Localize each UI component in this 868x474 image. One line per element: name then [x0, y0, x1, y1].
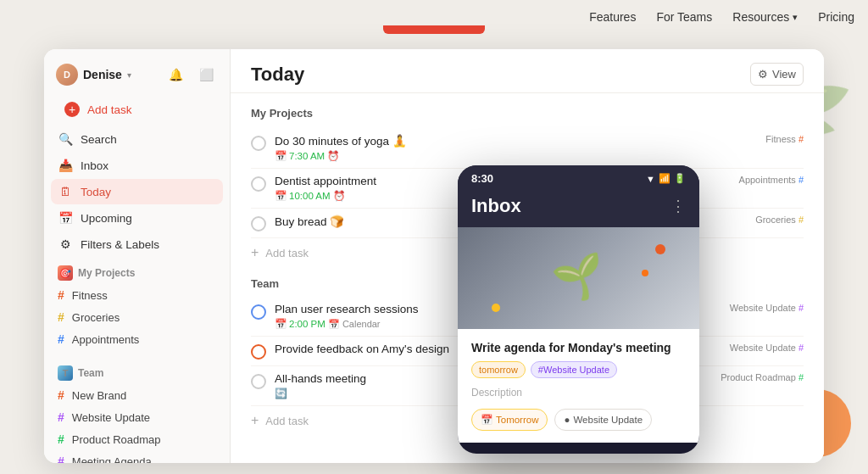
add-task-label: Add task [87, 103, 132, 116]
mobile-image-area: 🌱 [458, 227, 699, 329]
project-fitness[interactable]: # Fitness [51, 284, 223, 306]
view-label: View [772, 68, 796, 81]
mobile-tag-tomorrow[interactable]: tomorrow [471, 361, 526, 378]
user-menu[interactable]: D Denise ▾ [56, 64, 131, 86]
project-groceries-label: Groceries [72, 311, 120, 324]
project-product-roadmap-label: Product Roadmap [72, 433, 161, 446]
task-content: Do 30 minutes of yoga 🧘 📅 7:30 AM ⏰ [275, 134, 757, 162]
team-title: Team [78, 367, 103, 379]
alarm-icon: ⏰ [333, 190, 345, 202]
mobile-task-card: Write agenda for Monday's meeting tomorr… [458, 329, 699, 443]
task-meta: 📅 7:30 AM ⏰ [275, 150, 757, 162]
task-checkbox-yoga[interactable] [251, 136, 266, 151]
project-website-update[interactable]: # Website Update [51, 406, 223, 428]
sidebar-item-filters[interactable]: ⚙ Filters & Labels [51, 231, 223, 257]
dot-decoration [642, 270, 648, 276]
mobile-actions: 📅 Tomorrow ● Website Update [471, 409, 686, 431]
task-checkbox-feedback[interactable] [251, 344, 266, 360]
mobile-inbox-title: Inbox [471, 195, 521, 217]
task-time: 📅 7:30 AM ⏰ [275, 150, 339, 162]
view-button[interactable]: ⚙ View [750, 63, 804, 86]
task-checkbox-allhands[interactable] [251, 374, 266, 389]
sidebar-header: D Denise ▾ 🔔 ⬜ [44, 59, 230, 97]
project-new-brand[interactable]: # New Brand [51, 384, 223, 406]
avatar: D [56, 64, 78, 86]
battery-icon: 🔋 [674, 173, 686, 184]
notifications-button[interactable]: 🔔 [164, 63, 187, 86]
signal-icon: ▼ [646, 174, 655, 184]
alarm-icon: ⏰ [327, 150, 339, 162]
sidebar-item-search[interactable]: 🔍 Search [51, 126, 223, 152]
project-fitness-label: Fitness [72, 289, 108, 302]
task-tag-appointments: Appointments # [739, 175, 804, 185]
project-meeting-agenda[interactable]: # Meeting Agenda [51, 450, 223, 463]
task-tag-fitness: Fitness # [765, 134, 804, 144]
mobile-decoration: 🌱 [458, 227, 699, 329]
upcoming-icon: 📅 [58, 210, 73, 226]
hash-icon: # [58, 388, 64, 402]
calendar-icon: 📅 [275, 190, 287, 202]
my-projects-title: My Projects [78, 267, 135, 279]
tomorrow-action-button[interactable]: 📅 Tomorrow [471, 409, 548, 431]
task-time: 📅 10:00 AM ⏰ [275, 190, 345, 202]
task-checkbox-bread[interactable] [251, 216, 266, 231]
add-task-inline-label: Add task [265, 247, 309, 259]
plus-icon: + [251, 413, 259, 428]
sidebar-item-today-label: Today [81, 186, 111, 198]
mobile-status-bar: 8:30 ▼ 📶 🔋 [458, 165, 699, 188]
today-icon: 🗓 [58, 184, 73, 199]
search-icon: 🔍 [58, 131, 73, 147]
project-appointments-label: Appointments [72, 333, 140, 346]
sidebar-nav: + Add task 🔍 Search 📥 Inbox 🗓 Today 📅 Up… [44, 97, 230, 257]
project-groceries[interactable]: # Groceries [51, 306, 223, 328]
hash-icon: # [58, 454, 64, 463]
nav-resources[interactable]: Resources [732, 10, 798, 24]
sliders-icon: ⚙ [758, 68, 768, 81]
add-task-button[interactable]: + Add task [58, 97, 216, 122]
task-tag-website: Website Update # [730, 303, 804, 313]
sidebar-item-filters-label: Filters & Labels [81, 238, 159, 251]
mobile-description-label: Description [471, 387, 686, 399]
project-appointments[interactable]: # Appointments [51, 328, 223, 350]
mobile-tag-website[interactable]: #Website Update [531, 361, 617, 378]
more-options-button[interactable]: ⋮ [670, 197, 686, 215]
website-update-action-button[interactable]: ● Website Update [554, 409, 652, 431]
mobile-tags: tomorrow #Website Update [471, 361, 686, 378]
task-checkbox-research[interactable] [251, 304, 266, 320]
task-tag-website2: Website Update # [730, 343, 804, 353]
layout-button[interactable]: ⬜ [194, 63, 218, 86]
dot-decoration [655, 244, 665, 254]
nav-for-teams[interactable]: For Teams [656, 10, 712, 24]
hash-icon: # [58, 432, 64, 446]
sidebar-item-upcoming[interactable]: 📅 Upcoming [51, 205, 223, 231]
plus-icon: + [64, 102, 80, 117]
team-avatar: T [58, 365, 73, 381]
project-website-update-label: Website Update [72, 411, 150, 424]
inbox-icon: 📥 [58, 158, 73, 173]
nav-pricing[interactable]: Pricing [818, 10, 854, 24]
accent-bar [383, 25, 485, 34]
mobile-time: 8:30 [471, 172, 493, 185]
my-projects-avatar: 🎯 [58, 265, 73, 281]
project-meeting-agenda-label: Meeting Agenda [72, 455, 152, 464]
sidebar-item-today[interactable]: 🗓 Today [51, 179, 223, 204]
mobile-app-header: Inbox ⋮ [458, 188, 699, 227]
sidebar-item-inbox[interactable]: 📥 Inbox [51, 153, 223, 178]
sidebar-item-inbox-label: Inbox [81, 159, 108, 172]
filter-icon: ⚙ [58, 237, 73, 252]
my-projects-section-header: My Projects [251, 107, 804, 120]
nav-features[interactable]: Features [589, 10, 636, 24]
sidebar-item-search-label: Search [81, 133, 117, 146]
wifi-icon: 📶 [659, 173, 670, 184]
project-new-brand-label: New Brand [72, 389, 126, 402]
mobile-status-icons: ▼ 📶 🔋 [646, 173, 686, 184]
plant-illustration: 🌱 [548, 249, 609, 307]
hash-icon: # [58, 332, 64, 346]
plus-icon: + [251, 245, 259, 260]
task-tag-roadmap: Product Roadmap # [721, 372, 804, 382]
task-checkbox-dentist[interactable] [251, 176, 266, 192]
hash-icon: # [58, 310, 64, 324]
task-time: 📅 2:00 PM 📅 Calendar [275, 318, 381, 330]
project-product-roadmap[interactable]: # Product Roadmap [51, 428, 223, 450]
task-name: Do 30 minutes of yoga 🧘 [275, 134, 757, 148]
